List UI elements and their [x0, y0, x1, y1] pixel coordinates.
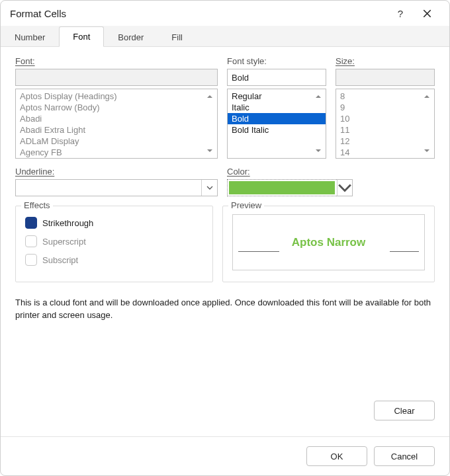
color-swatch — [229, 181, 335, 194]
tab-fill[interactable]: Fill — [158, 26, 197, 47]
checkbox-icon — [25, 217, 37, 229]
subscript-label: Subscript — [42, 255, 78, 265]
scroll-down-icon[interactable] — [313, 145, 324, 156]
effects-legend: Effects — [21, 200, 53, 210]
list-item[interactable]: 11 — [336, 124, 434, 136]
font-style-label: Font style: — [227, 56, 326, 66]
font-input[interactable] — [15, 69, 218, 86]
superscript-label: Superscript — [42, 237, 86, 247]
size-input[interactable] — [336, 69, 435, 86]
list-item[interactable]: Bold — [228, 113, 326, 124]
underline-combo[interactable] — [15, 179, 218, 196]
list-item[interactable]: 10 — [336, 113, 434, 124]
dialog-footer: OK Cancel — [1, 436, 449, 475]
font-label: Font: — [15, 56, 218, 66]
tab-number[interactable]: Number — [1, 26, 59, 47]
preview-baseline — [390, 251, 419, 252]
tab-border[interactable]: Border — [104, 26, 158, 47]
preview-box: Aptos Narrow — [232, 214, 425, 270]
list-item[interactable]: ADLaM Display — [16, 136, 217, 147]
list-item[interactable]: 8 — [336, 91, 434, 102]
tab-strip: Number Font Border Fill — [1, 26, 449, 47]
cloud-font-notice: This is a cloud font and will be downloa… — [15, 297, 435, 322]
scroll-up-icon[interactable] — [313, 91, 324, 102]
close-icon[interactable] — [414, 1, 440, 26]
font-listbox[interactable]: Aptos Display (Headings) Aptos Narrow (B… — [15, 89, 218, 159]
list-item[interactable]: Aptos Narrow (Body) — [16, 102, 217, 113]
help-icon[interactable]: ? — [387, 1, 414, 26]
underline-label: Underline: — [15, 167, 218, 177]
list-item[interactable]: Agency FB — [16, 147, 217, 158]
list-item[interactable]: Abadi Extra Light — [16, 124, 217, 136]
font-style-listbox[interactable]: Regular Italic Bold Bold Italic — [227, 89, 326, 159]
checkbox-icon — [25, 254, 37, 266]
window-title: Format Cells — [10, 8, 66, 19]
effects-group: Effects Strikethrough Superscript Subscr… — [15, 206, 213, 282]
list-item[interactable]: 12 — [336, 136, 434, 147]
format-cells-dialog: Format Cells ? Number Font Border Fill F… — [0, 0, 450, 476]
color-combo[interactable] — [227, 179, 353, 196]
chevron-down-icon[interactable] — [337, 179, 353, 196]
scroll-down-icon[interactable] — [204, 145, 215, 156]
list-item[interactable]: Abadi — [16, 113, 217, 124]
strikethrough-checkbox[interactable]: Strikethrough — [25, 217, 203, 229]
clear-button[interactable]: Clear — [374, 401, 435, 420]
list-item[interactable]: Italic — [228, 102, 326, 113]
font-style-input[interactable] — [227, 69, 326, 86]
checkbox-icon — [25, 235, 37, 247]
size-listbox[interactable]: 8 9 10 11 12 14 — [336, 89, 435, 159]
preview-legend: Preview — [228, 200, 264, 210]
subscript-checkbox[interactable]: Subscript — [25, 254, 203, 266]
preview-baseline — [238, 251, 279, 252]
cancel-button[interactable]: Cancel — [374, 446, 435, 466]
preview-text: Aptos Narrow — [292, 236, 365, 249]
list-item[interactable]: Regular — [228, 91, 326, 102]
underline-value — [16, 180, 201, 196]
scroll-up-icon[interactable] — [204, 91, 215, 102]
preview-group: Preview Aptos Narrow — [222, 206, 435, 282]
list-item[interactable]: Aptos Display (Headings) — [16, 91, 217, 102]
strikethrough-label: Strikethrough — [42, 218, 93, 228]
ok-button[interactable]: OK — [306, 446, 367, 466]
scroll-up-icon[interactable] — [422, 91, 432, 102]
scroll-down-icon[interactable] — [422, 145, 432, 156]
superscript-checkbox[interactable]: Superscript — [25, 235, 203, 247]
list-item[interactable]: 9 — [336, 102, 434, 113]
size-label: Size: — [336, 56, 435, 66]
tab-font[interactable]: Font — [59, 26, 104, 47]
list-item[interactable]: 14 — [336, 147, 434, 158]
titlebar: Format Cells ? — [1, 1, 449, 26]
list-item[interactable]: Bold Italic — [228, 124, 326, 136]
content-area: Font: Aptos Display (Headings) Aptos Nar… — [1, 47, 449, 436]
color-label: Color: — [227, 167, 435, 177]
chevron-down-icon[interactable] — [201, 180, 217, 196]
